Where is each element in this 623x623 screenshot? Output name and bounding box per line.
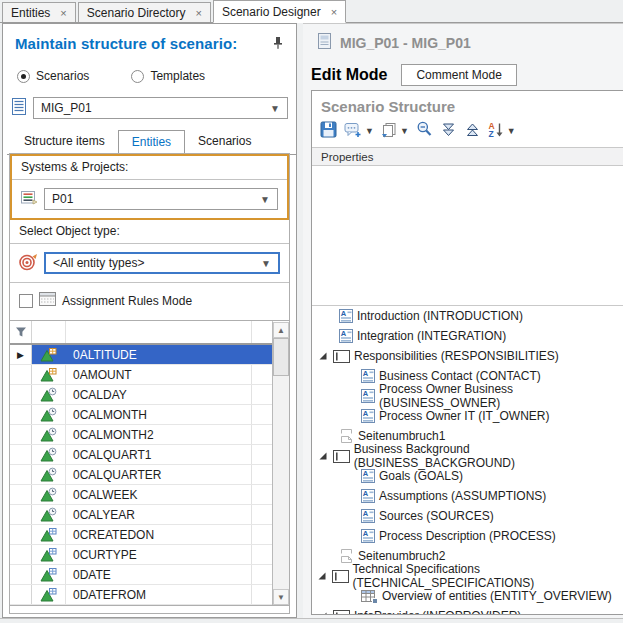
chevron-down-icon[interactable]: ▼	[365, 126, 374, 136]
scroll-down-icon[interactable]: ▼	[273, 589, 289, 605]
comment-mode-button[interactable]: Comment Mode	[401, 64, 516, 86]
tree-node[interactable]: ASources (SOURCES)	[312, 506, 623, 526]
radio-templates[interactable]: Templates	[131, 69, 205, 83]
entity-extra-cell	[252, 385, 272, 404]
close-icon[interactable]: ×	[196, 7, 202, 19]
entity-row[interactable]: 0CALQUARTER	[10, 465, 272, 485]
tree-node-label: Process Description (PROCESS)	[379, 529, 556, 543]
tree-node-label: Seitenumbruch1	[358, 429, 445, 443]
chevron-down-icon[interactable]: ▼	[507, 126, 516, 136]
tree-node-label: Technical Specifications (TECHNICAL_SPEC…	[353, 562, 623, 590]
document-icon	[317, 33, 333, 53]
entity-row[interactable]: 0DATEFROM	[10, 585, 272, 605]
tree-node[interactable]: AAssumptions (ASSUMPTIONS)	[312, 486, 623, 506]
tree-node[interactable]: AProcess Description (PROCESS)	[312, 526, 623, 546]
expand-all-button[interactable]	[439, 121, 458, 142]
row-indicator	[10, 425, 32, 444]
entity-row[interactable]: 0DATE	[10, 565, 272, 585]
entity-extra-cell	[252, 565, 272, 584]
assignment-rules-checkbox[interactable]	[19, 294, 33, 308]
svg-text:A: A	[341, 329, 347, 338]
entity-row[interactable]: ▶0ALTITUDE	[10, 345, 272, 365]
expand-arrow-icon[interactable]	[317, 611, 329, 614]
entity-row[interactable]: 0CALQUART1	[10, 445, 272, 465]
entity-row[interactable]: 0AMOUNT	[10, 365, 272, 385]
zoom-icon	[416, 121, 433, 141]
header-cell[interactable]	[32, 321, 66, 343]
tree-node-label: Process Owner Business (BUSINESS_OWNER)	[379, 382, 623, 410]
text-node-icon: A	[361, 389, 375, 403]
chapter-node-icon	[332, 570, 349, 583]
radio-scenarios[interactable]: Scenarios	[17, 69, 89, 83]
tree-node-label: Business Contact (CONTACT)	[379, 369, 541, 383]
tree-node[interactable]: AIntroduction (INTRODUCTION)	[312, 306, 623, 326]
zoom-button[interactable]	[415, 120, 434, 142]
scroll-up-icon[interactable]: ▲	[273, 322, 289, 338]
entity-type-icon	[32, 565, 66, 584]
expand-arrow-icon[interactable]	[317, 451, 329, 461]
comment-icon	[344, 122, 362, 141]
entity-name: 0CALMONTH2	[66, 425, 252, 444]
expand-arrow-icon[interactable]	[317, 571, 328, 581]
chevron-down-icon[interactable]: ▼	[400, 126, 409, 136]
tab-label: Scenario Designer	[222, 5, 321, 19]
entity-row[interactable]: 0CALMONTH2	[10, 425, 272, 445]
row-indicator	[10, 405, 32, 424]
entity-row[interactable]: 0CALMONTH	[10, 405, 272, 425]
tab-entities[interactable]: Entities ×	[2, 2, 76, 22]
collapse-all-icon	[464, 122, 481, 141]
entity-row[interactable]: 0CALYEAR	[10, 505, 272, 525]
row-indicator: ▶	[10, 345, 32, 364]
tree-node[interactable]: Business Background (BUSINESS_BACKGROUND…	[312, 446, 623, 466]
properties-header: Properties	[312, 147, 623, 166]
tab-scenario-designer[interactable]: Scenario Designer ×	[213, 0, 346, 23]
close-icon[interactable]: ×	[331, 6, 337, 18]
scroll-thumb[interactable]	[273, 338, 289, 376]
scenario-dropdown[interactable]: MIG_P01 ▼	[33, 97, 288, 119]
left-tab-strip: Structure items Entities Scenarios	[7, 130, 296, 155]
entity-row[interactable]: 0CREATEDON	[10, 525, 272, 545]
entity-name: 0CALDAY	[66, 385, 252, 404]
save-button[interactable]	[319, 120, 338, 142]
expand-arrow-icon[interactable]	[317, 351, 329, 361]
tree-node[interactable]: InfoProvider (INFOPROVIDER)	[312, 606, 623, 614]
tree-node[interactable]: Responsibilities (RESPONSIBILITIES)	[312, 346, 623, 366]
tab-scenario-directory[interactable]: Scenario Directory ×	[78, 2, 211, 22]
tab-structure-items[interactable]: Structure items	[11, 130, 118, 154]
system-dropdown[interactable]: P01 ▼	[44, 188, 278, 210]
entity-scrollbar[interactable]: ▲ ▼	[272, 322, 289, 605]
object-type-dropdown[interactable]: <All entity types> ▼	[44, 252, 280, 274]
tree-node[interactable]: AIntegration (INTEGRATION)	[312, 326, 623, 346]
tree-node[interactable]: AProcess Owner Business (BUSINESS_OWNER)	[312, 386, 623, 406]
object-type-value: <All entity types>	[53, 256, 144, 270]
sort-az-button[interactable]: AZ▼	[487, 120, 517, 142]
tab-entities-page[interactable]: Entities	[118, 130, 185, 155]
entity-type-icon	[32, 425, 66, 444]
tab-scenarios-page[interactable]: Scenarios	[185, 130, 264, 154]
entity-extra-cell	[252, 485, 272, 504]
properties-empty-area	[312, 166, 623, 305]
tree-node[interactable]: Technical Specifications (TECHNICAL_SPEC…	[312, 566, 623, 586]
pagebreak-node-icon	[339, 428, 354, 444]
tab-label: Scenario Directory	[87, 6, 186, 20]
close-icon[interactable]: ×	[60, 7, 66, 19]
entity-row[interactable]: 0CURTYPE	[10, 545, 272, 565]
entity-extra-cell	[252, 585, 272, 604]
copy-button[interactable]: ▼	[380, 121, 410, 142]
collapse-all-button[interactable]	[463, 121, 482, 142]
pin-icon[interactable]	[270, 35, 286, 51]
radio-label: Scenarios	[36, 69, 89, 83]
header-cell[interactable]	[66, 321, 252, 343]
entity-extra-cell	[252, 405, 272, 424]
entity-list: ▶0ALTITUDE0AMOUNT0CALDAY0CALMONTH0CALMON…	[10, 344, 289, 605]
tree-node-label: Integration (INTEGRATION)	[357, 329, 506, 343]
entity-name: 0CALQUARTER	[66, 465, 252, 484]
comment-button[interactable]: ▼	[343, 121, 375, 142]
entity-row[interactable]: 0CALWEEK	[10, 485, 272, 505]
entity-name: 0CALQUART1	[66, 445, 252, 464]
radio-label: Templates	[150, 69, 205, 83]
entity-row[interactable]: 0CALDAY	[10, 385, 272, 405]
text-node-icon: A	[339, 329, 353, 343]
entity-type-icon	[32, 365, 66, 384]
filter-icon[interactable]	[10, 321, 32, 343]
